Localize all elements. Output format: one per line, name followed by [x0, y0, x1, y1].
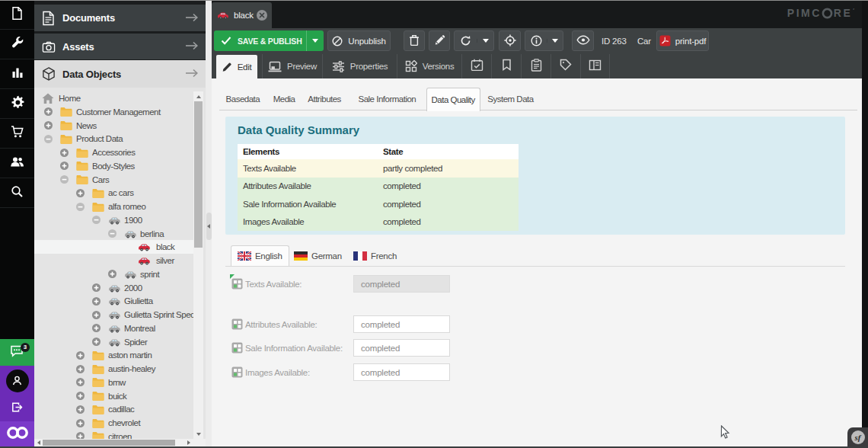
tab-notes[interactable] [521, 54, 550, 78]
rename-button[interactable] [429, 30, 450, 51]
expand-icon[interactable] [76, 419, 85, 427]
tree-item-bmw[interactable]: bmw [34, 376, 193, 389]
tree-item-ac-cars[interactable]: ac cars [34, 186, 193, 200]
tree-item-cars[interactable]: Cars [34, 173, 193, 187]
tab-tags[interactable] [550, 54, 580, 78]
tree-item-home[interactable]: Home [34, 91, 193, 105]
delete-button[interactable] [404, 30, 425, 51]
texts-available-input[interactable]: completed [353, 275, 450, 293]
tab-language-english[interactable]: English [231, 245, 289, 266]
scrollbar-thumb[interactable] [194, 101, 203, 248]
tab-system-data[interactable]: System Data [487, 88, 533, 110]
expand-icon[interactable] [92, 297, 101, 306]
tree-item-citroen[interactable]: citroen [34, 430, 193, 439]
images-available-input[interactable]: completed [353, 363, 450, 381]
tab-black[interactable]: black [212, 2, 272, 28]
info-split-button[interactable] [525, 30, 563, 51]
print-pdf-button[interactable]: print-pdf [656, 30, 709, 51]
save-publish-button[interactable]: SAVE & PUBLISH [214, 30, 324, 51]
accordion-data-objects[interactable]: Data Objects [34, 60, 206, 88]
tree-item-customer-management[interactable]: Customer Management [34, 105, 193, 119]
sidebar-item-ecommerce[interactable] [0, 119, 34, 149]
tree-item-montreal[interactable]: Montreal [34, 322, 193, 335]
expand-icon[interactable] [76, 405, 85, 414]
expand-icon[interactable] [92, 283, 101, 292]
expand-icon[interactable] [60, 149, 69, 157]
tree-item-news[interactable]: News [34, 119, 193, 133]
tab-media[interactable]: Media [273, 88, 295, 110]
tree-item-gulietta-sprint-speciale[interactable]: Gulietta Sprint Speciale [34, 308, 193, 322]
collapse-icon[interactable] [108, 229, 116, 238]
expand-icon[interactable] [76, 351, 85, 360]
tree-item-giulietta[interactable]: Giulietta [34, 294, 193, 308]
tree-item-sprint[interactable]: sprint [34, 267, 193, 281]
accordion-documents[interactable]: Documents [34, 5, 206, 31]
tab-app-logger[interactable] [580, 54, 610, 78]
reload-options-dropdown[interactable] [477, 39, 493, 43]
tab-language-german[interactable]: German [294, 245, 342, 266]
tree-item-silver[interactable]: silver [34, 254, 193, 267]
sidebar-item-reports[interactable] [0, 59, 34, 89]
scroll-right-icon[interactable] [184, 438, 193, 446]
tree-horizontal-scrollbar[interactable] [34, 439, 206, 446]
pimcore-brand-button[interactable] [0, 421, 34, 446]
expand-icon[interactable] [60, 162, 69, 170]
scroll-down-icon[interactable] [194, 430, 203, 438]
symfony-debug-toolbar-button[interactable]: sf [847, 427, 868, 446]
sidebar-item-customers[interactable] [0, 149, 34, 178]
tab-basedata[interactable]: Basedata [226, 88, 260, 110]
reload-split-button[interactable] [454, 30, 494, 51]
tree-item-body-styles[interactable]: Body-Styles [34, 159, 193, 173]
collapse-icon[interactable] [44, 135, 53, 143]
tab-schedule[interactable] [461, 54, 491, 78]
tree-item-berlina[interactable]: berlina [34, 227, 193, 241]
info-options-dropdown[interactable] [547, 39, 563, 43]
tree-vertical-scrollbar[interactable] [193, 91, 203, 439]
tab-edit[interactable]: Edit [216, 55, 257, 78]
tree-item-chevrolet[interactable]: chevrolet [34, 416, 193, 430]
sidebar-item-documents[interactable] [0, 0, 34, 30]
tree-item-aston-martin[interactable]: aston martin [34, 348, 193, 362]
expand-icon[interactable] [92, 324, 101, 332]
expand-icon[interactable] [92, 338, 101, 346]
tree-item-cadillac[interactable]: cadillac [34, 402, 193, 416]
reload-icon[interactable] [455, 35, 477, 46]
expand-icon[interactable] [44, 107, 53, 116]
tree-item-2000[interactable]: 2000 [34, 281, 193, 295]
open-preview-button[interactable] [572, 30, 594, 51]
expand-icon[interactable] [44, 121, 53, 130]
tree-item-accessories[interactable]: Accessories [34, 146, 193, 159]
tab-sale-information[interactable]: Sale Information [359, 88, 416, 110]
accordion-assets[interactable]: Assets [34, 34, 206, 59]
sidebar-item-settings[interactable] [0, 89, 34, 119]
sidebar-item-search[interactable] [0, 178, 34, 208]
unpublish-button[interactable]: Unpublish [327, 30, 391, 51]
tree-item-1900[interactable]: 1900 [34, 213, 193, 227]
tab-bookmarks[interactable] [491, 54, 521, 78]
tab-language-french[interactable]: French [353, 245, 397, 266]
scrollbar-thumb[interactable] [43, 440, 175, 446]
sidebar-item-tools[interactable] [0, 30, 34, 59]
expand-icon[interactable] [108, 270, 116, 278]
info-icon[interactable] [525, 35, 547, 46]
collapse-icon[interactable] [76, 203, 85, 211]
tree-item-alfa-romeo[interactable]: alfa romeo [34, 200, 193, 213]
collapse-panel-handle[interactable] [206, 213, 212, 240]
expand-icon[interactable] [76, 432, 85, 439]
locate-in-tree-button[interactable] [499, 30, 521, 51]
logout-button[interactable] [0, 397, 34, 420]
notifications-button[interactable]: 3 [0, 339, 34, 366]
expand-icon[interactable] [76, 378, 85, 386]
tab-versions[interactable]: Versions [397, 54, 461, 78]
tab-properties[interactable]: Properties [322, 54, 397, 78]
expand-icon[interactable] [76, 365, 85, 373]
sale-information-available-input[interactable]: completed [353, 339, 450, 357]
collapse-icon[interactable] [92, 216, 101, 224]
scroll-left-icon[interactable] [34, 438, 43, 446]
expand-icon[interactable] [92, 311, 101, 319]
close-icon[interactable] [257, 10, 267, 21]
tree-item-spider[interactable]: Spider [34, 335, 193, 349]
expand-icon[interactable] [76, 392, 85, 400]
scroll-up-icon[interactable] [194, 92, 203, 101]
tab-attributes[interactable]: Attributes [308, 88, 341, 110]
